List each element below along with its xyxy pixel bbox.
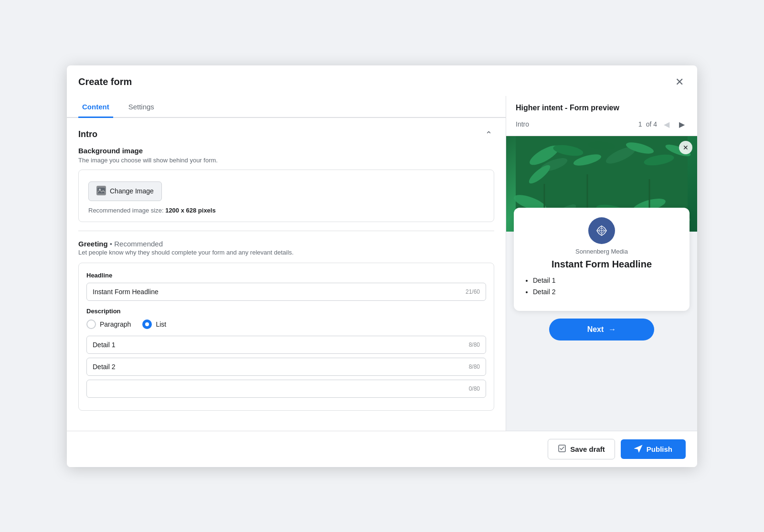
preview-card: Sonnenberg Media Instant Form Headline D…: [514, 208, 690, 311]
detail3-input[interactable]: [93, 380, 469, 397]
section-title: Intro: [78, 129, 97, 139]
publish-label: Publish: [647, 445, 672, 453]
bg-image-title: Background image: [78, 147, 494, 155]
description-label: Description: [86, 308, 486, 315]
greeting-form-box: Headline 21/60 Description Paragraph: [78, 263, 494, 411]
preview-nav: Intro 1 of 4 ◀ ▶: [516, 118, 688, 131]
change-image-label: Change Image: [110, 187, 154, 195]
divider: [78, 231, 494, 231]
nav-next-button[interactable]: ▶: [676, 118, 688, 131]
draft-icon: [558, 444, 566, 454]
background-image-subsection: Background image The image you choose wi…: [78, 147, 494, 222]
detail2-input-wrap: 8/80: [86, 358, 486, 376]
image-icon: [96, 186, 106, 197]
collapse-intro-button[interactable]: ⌃: [483, 128, 494, 142]
detail1-input[interactable]: [93, 336, 469, 353]
save-draft-label: Save draft: [570, 445, 605, 453]
publish-button[interactable]: Publish: [621, 439, 686, 459]
detail-list: Detail 1 Detail 2: [523, 277, 680, 296]
detail2-input[interactable]: [93, 358, 469, 375]
radio-list[interactable]: List: [142, 319, 166, 329]
headline-input[interactable]: [93, 283, 466, 300]
tab-settings[interactable]: Settings: [125, 96, 158, 118]
detail2-char-count: 8/80: [469, 363, 480, 370]
left-content: Intro ⌃ Background image The image you c…: [67, 118, 506, 431]
arrow-right-icon: →: [608, 325, 616, 334]
detail1-input-wrap: 8/80: [86, 336, 486, 354]
detail-list-item-2: Detail 2: [533, 288, 680, 296]
nav-prev-button[interactable]: ◀: [661, 118, 672, 131]
form-headline: Instant Form Headline: [523, 259, 680, 270]
headline-label: Headline: [86, 272, 486, 279]
preview-header: Higher intent - Form preview Intro 1 of …: [506, 96, 697, 136]
create-form-modal: Create form ✕ Content Settings Intro ⌃: [67, 65, 697, 467]
headline-char-count: 21/60: [466, 288, 480, 295]
close-icon: ✕: [675, 76, 684, 88]
bg-image-desc: The image you choose will show behind yo…: [78, 157, 494, 164]
headline-input-wrap: 21/60: [86, 283, 486, 301]
tab-content[interactable]: Content: [78, 96, 113, 118]
preview-nav-controls: 1 of 4 ◀ ▶: [638, 118, 688, 131]
preview-title: Higher intent - Form preview: [516, 104, 688, 112]
greeting-subsection: Greeting • Recommended Let people know w…: [78, 240, 494, 411]
send-icon: [634, 444, 643, 454]
preview-footer: Next →: [506, 311, 697, 348]
close-modal-button[interactable]: ✕: [673, 74, 686, 90]
intro-section-header: Intro ⌃: [78, 118, 494, 147]
image-box: Change Image Recommended image size: 120…: [78, 170, 494, 222]
chevron-up-icon: ⌃: [485, 130, 492, 139]
modal-body: Content Settings Intro ⌃ Background imag…: [67, 96, 697, 431]
brand-logo: [588, 217, 615, 244]
bottom-bar: Save draft Publish: [67, 431, 697, 467]
close-preview-icon: ✕: [683, 144, 689, 151]
modal-title: Create form: [78, 76, 132, 87]
change-image-button[interactable]: Change Image: [88, 181, 162, 201]
rec-size-label: Recommended image size: 1200 x 628 pixel…: [88, 207, 484, 214]
preview-nav-label: Intro: [516, 120, 529, 128]
detail3-input-wrap: 0/80: [86, 380, 486, 398]
radio-group: Paragraph List: [86, 319, 486, 329]
nav-page-of: of 4: [646, 120, 657, 128]
modal-header: Create form ✕: [67, 65, 697, 96]
greeting-desc: Let people know why they should complete…: [78, 249, 494, 256]
save-draft-button[interactable]: Save draft: [548, 439, 615, 459]
nav-page-current: 1: [638, 120, 642, 128]
radio-list-circle: [142, 319, 152, 329]
tabs-bar: Content Settings: [67, 96, 506, 118]
detail1-char-count: 8/80: [469, 341, 480, 348]
radio-paragraph[interactable]: Paragraph: [86, 319, 131, 329]
left-panel: Content Settings Intro ⌃ Background imag…: [67, 96, 506, 431]
next-label: Next: [587, 325, 604, 334]
preview-content: ✕ So: [506, 136, 697, 431]
radio-paragraph-circle: [86, 319, 96, 329]
detail-list-item-1: Detail 1: [533, 277, 680, 284]
brand-name: Sonnenberg Media: [523, 248, 680, 255]
detail3-char-count: 0/80: [469, 385, 480, 392]
right-panel: Higher intent - Form preview Intro 1 of …: [506, 96, 697, 431]
greeting-title: Greeting • Recommended: [78, 240, 494, 248]
close-preview-button[interactable]: ✕: [679, 141, 692, 154]
next-button[interactable]: Next →: [549, 319, 654, 340]
svg-rect-1: [97, 188, 105, 193]
